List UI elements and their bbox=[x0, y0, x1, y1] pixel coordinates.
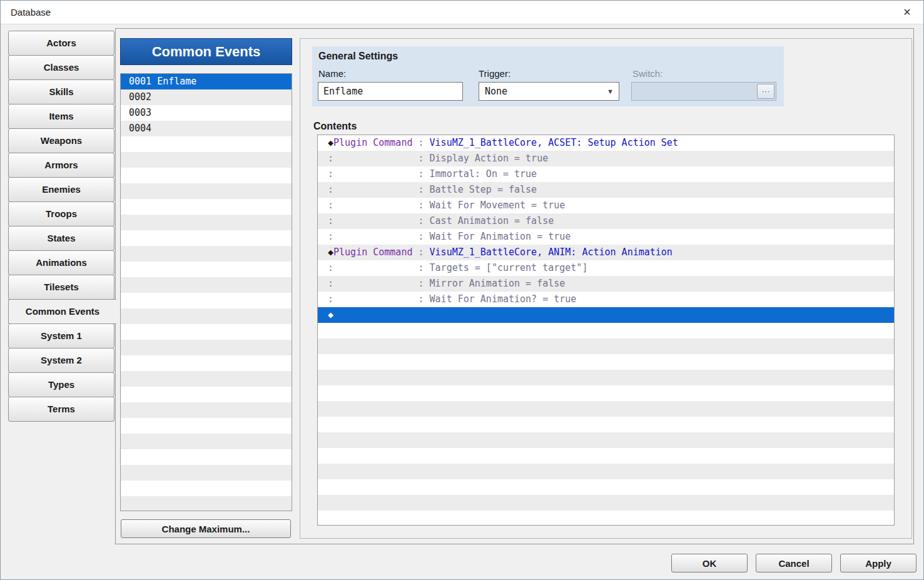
sidebar-tab-states[interactable]: States bbox=[8, 226, 114, 251]
event-list-empty-row[interactable] bbox=[121, 183, 292, 199]
plugin-command-args: VisuMZ_1_BattleCore, ANIM: Action Animat… bbox=[430, 247, 673, 258]
event-command-row[interactable]: ◆Plugin Command : VisuMZ_1_BattleCore, A… bbox=[318, 245, 894, 260]
event-list-empty-row[interactable] bbox=[121, 418, 292, 434]
event-command-arg-row[interactable]: : : Cast Animation = false bbox=[318, 213, 894, 229]
ok-button[interactable]: OK bbox=[671, 554, 748, 572]
event-command-arg-row[interactable]: : : Immortal: On = true bbox=[318, 166, 894, 182]
sidebar-tab-system-2[interactable]: System 2 bbox=[8, 348, 114, 373]
titlebar: Database ✕ bbox=[1, 1, 923, 24]
event-list-empty-row[interactable] bbox=[121, 355, 292, 371]
name-input[interactable] bbox=[318, 82, 463, 101]
general-settings-group: General Settings Name: Trigger: None ▼ S… bbox=[312, 46, 784, 106]
trigger-dropdown[interactable]: None ▼ bbox=[479, 82, 619, 101]
event-list-empty-row[interactable] bbox=[121, 293, 292, 308]
sidebar-tab-armors[interactable]: Armors bbox=[8, 153, 114, 178]
command-diamond-icon: ◆ bbox=[328, 137, 333, 148]
plugin-arg-text: Cast Animation = false bbox=[430, 215, 554, 226]
contents-empty-row[interactable] bbox=[318, 432, 894, 448]
contents-empty-row[interactable] bbox=[318, 385, 894, 401]
sidebar-tab-tilesets[interactable]: Tilesets bbox=[8, 275, 114, 300]
sidebar-tab-enemies[interactable]: Enemies bbox=[8, 177, 114, 202]
event-list-empty-row[interactable] bbox=[121, 308, 292, 324]
sidebar-tab-common-events[interactable]: Common Events bbox=[8, 299, 116, 324]
event-list-empty-row[interactable] bbox=[121, 434, 292, 449]
sidebar-tab-items[interactable]: Items bbox=[8, 104, 114, 129]
contents-empty-row[interactable] bbox=[318, 495, 894, 511]
event-list-empty-row[interactable] bbox=[121, 136, 292, 152]
event-list-empty-row[interactable] bbox=[121, 465, 292, 481]
event-command-arg-row[interactable]: : : Battle Step = false bbox=[318, 182, 894, 198]
change-maximum-button[interactable]: Change Maximum... bbox=[121, 519, 291, 538]
event-command-arg-row[interactable]: : : Display Action = true bbox=[318, 151, 894, 166]
sidebar-tab-weapons[interactable]: Weapons bbox=[8, 128, 114, 153]
event-list-empty-row[interactable] bbox=[121, 496, 292, 511]
event-list-empty-row[interactable] bbox=[121, 199, 292, 215]
sidebar-tab-system-1[interactable]: System 1 bbox=[8, 323, 114, 349]
command-diamond-icon: ◆ bbox=[328, 247, 333, 258]
cancel-button[interactable]: Cancel bbox=[756, 554, 832, 572]
separator: : : bbox=[328, 184, 430, 195]
contents-empty-row[interactable] bbox=[318, 338, 894, 354]
contents-empty-row[interactable] bbox=[318, 448, 894, 464]
switch-browse-button[interactable]: ··· bbox=[757, 84, 774, 99]
event-list-empty-row[interactable] bbox=[121, 152, 292, 168]
plugin-command-label: Plugin Command bbox=[333, 247, 412, 258]
contents-empty-row[interactable] bbox=[318, 323, 894, 338]
contents-empty-row[interactable] bbox=[318, 354, 894, 370]
event-list-empty-row[interactable] bbox=[121, 230, 292, 246]
trigger-label: Trigger: bbox=[479, 68, 510, 79]
chevron-down-icon: ▼ bbox=[607, 88, 614, 95]
event-list-item-0004[interactable]: 0004 bbox=[121, 121, 292, 136]
sidebar-tab-terms[interactable]: Terms bbox=[8, 397, 114, 422]
plugin-arg-text: Battle Step = false bbox=[430, 184, 537, 195]
event-list-empty-row[interactable] bbox=[121, 387, 292, 402]
sidebar-tab-animations[interactable]: Animations bbox=[8, 250, 114, 275]
contents-empty-row[interactable] bbox=[318, 401, 894, 417]
contents-empty-row[interactable] bbox=[318, 370, 894, 385]
event-cursor-row[interactable]: ◆ bbox=[318, 307, 894, 323]
separator: : : bbox=[328, 168, 430, 180]
event-list-empty-row[interactable] bbox=[121, 449, 292, 465]
sidebar-tab-types[interactable]: Types bbox=[8, 372, 114, 397]
event-id: 0002 bbox=[129, 91, 151, 103]
event-command-row[interactable]: ◆Plugin Command : VisuMZ_1_BattleCore, A… bbox=[318, 135, 894, 151]
event-name: Enflame bbox=[157, 76, 196, 87]
separator: : : bbox=[328, 231, 430, 242]
event-command-arg-row[interactable]: : : Wait For Animation = true bbox=[318, 229, 894, 245]
plugin-arg-text: Mirror Animation = false bbox=[430, 278, 566, 289]
apply-button[interactable]: Apply bbox=[840, 554, 916, 572]
event-list-empty-row[interactable] bbox=[121, 277, 292, 293]
event-list-empty-row[interactable] bbox=[121, 402, 292, 418]
event-list-empty-row[interactable] bbox=[121, 246, 292, 262]
event-list-empty-row[interactable] bbox=[121, 481, 292, 496]
sidebar-tab-skills[interactable]: Skills bbox=[8, 79, 114, 104]
contents-empty-row[interactable] bbox=[318, 511, 894, 526]
event-command-arg-row[interactable]: : : Mirror Animation = false bbox=[318, 276, 894, 292]
plugin-arg-text: Immortal: On = true bbox=[430, 168, 537, 180]
contents-empty-row[interactable] bbox=[318, 464, 894, 479]
plugin-arg-text: Wait For Movement = true bbox=[430, 200, 566, 211]
name-label: Name: bbox=[318, 68, 346, 79]
event-command-arg-row[interactable]: : : Wait For Animation? = true bbox=[318, 292, 894, 307]
event-list-empty-row[interactable] bbox=[121, 262, 292, 277]
event-list-empty-row[interactable] bbox=[121, 371, 292, 387]
close-button[interactable]: ✕ bbox=[896, 3, 918, 22]
event-list-item-0001[interactable]: 0001Enflame bbox=[121, 74, 292, 89]
contents-empty-row[interactable] bbox=[318, 479, 894, 495]
separator: : : bbox=[328, 153, 430, 164]
event-command-arg-row[interactable]: : : Targets = ["current target"] bbox=[318, 260, 894, 276]
contents-empty-row[interactable] bbox=[318, 417, 894, 432]
event-list-empty-row[interactable] bbox=[121, 340, 292, 355]
window-title: Database bbox=[11, 7, 51, 18]
sidebar-tab-actors[interactable]: Actors bbox=[8, 31, 114, 56]
event-list-item-0003[interactable]: 0003 bbox=[121, 105, 292, 121]
event-command-arg-row[interactable]: : : Wait For Movement = true bbox=[318, 198, 894, 213]
event-list-empty-row[interactable] bbox=[121, 324, 292, 340]
event-list-item-0002[interactable]: 0002 bbox=[121, 89, 292, 105]
common-events-header: Common Events bbox=[120, 38, 292, 65]
sidebar-tab-classes[interactable]: Classes bbox=[8, 55, 114, 80]
event-list-empty-row[interactable] bbox=[121, 168, 292, 183]
plugin-arg-text: Wait For Animation? = true bbox=[430, 293, 577, 305]
event-list-empty-row[interactable] bbox=[121, 215, 292, 230]
sidebar-tab-troops[interactable]: Troops bbox=[8, 201, 114, 226]
